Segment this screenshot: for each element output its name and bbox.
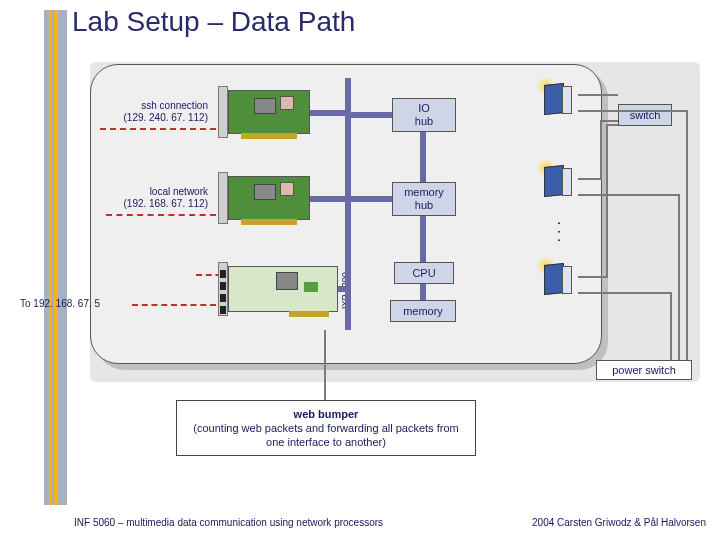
server-2-body: [544, 165, 564, 197]
local-ip: (192. 168. 67. 112): [96, 198, 208, 210]
nic1-chip: [254, 98, 276, 114]
ixp-port-1: [220, 270, 226, 278]
wire-sn-b: [606, 124, 608, 278]
wire-sn-a: [578, 276, 608, 278]
pwire-1a: [578, 110, 688, 112]
side-stripe-accent: [49, 10, 51, 505]
footer-right: 2004 Carsten Griwodz & Pål Halvorsen: [532, 517, 706, 528]
web-bumper-body: (counting web packets and forwarding all…: [193, 422, 458, 448]
cpu-mem-bus: [420, 284, 426, 300]
memory-block: memory: [390, 300, 456, 322]
side-stripe-accent-2: [54, 10, 58, 505]
pwire-1b: [686, 110, 688, 360]
server-2: [540, 162, 576, 202]
nic1-bus: [310, 110, 348, 116]
nic2-memhub-link: [350, 196, 392, 202]
nic1-chip2: [280, 96, 294, 110]
ixp-chip2: [304, 282, 318, 292]
ixp-port-2: [220, 282, 226, 290]
nic-card-1: [200, 84, 320, 144]
wire-s1-switch: [578, 94, 618, 96]
nic2-bus: [310, 196, 348, 202]
server-n: [540, 260, 576, 300]
nic1-bracket: [218, 86, 228, 138]
ssh-label: ssh connection (129. 240. 67. 112): [88, 100, 208, 124]
power-switch: power switch: [596, 360, 692, 380]
memory-hub-label: memory hub: [404, 186, 444, 211]
io-hub-link: [350, 112, 392, 118]
footer-left: INF 5060 – multimedia data communication…: [74, 517, 383, 528]
ixp-port-3: [220, 294, 226, 302]
mem-cpu-bus: [420, 216, 426, 262]
cpu-block: CPU: [394, 262, 454, 284]
pwire-2a: [578, 194, 680, 196]
nic2-gold: [241, 219, 297, 225]
server-1-front: [562, 86, 572, 114]
switch-block: switch: [618, 104, 672, 126]
ssh-ip: (129. 240. 67. 112): [88, 112, 208, 124]
ellipsis-icon: ···: [556, 214, 562, 254]
ixp-port-4: [220, 306, 226, 314]
ssh-dashline: [100, 128, 216, 130]
pwire-3a: [578, 292, 672, 294]
nic-card-2: [200, 170, 320, 230]
io-hub: IO hub: [392, 98, 456, 132]
io-hub-label: IO hub: [415, 102, 433, 127]
nic2-bracket: [218, 172, 228, 224]
slide: Lab Setup – Data Path ssh connection (12…: [0, 0, 720, 540]
ssh-name: ssh connection: [141, 100, 208, 111]
io-mem-bus: [420, 132, 426, 182]
nic1-gold: [241, 133, 297, 139]
wire-s2-b: [600, 120, 602, 180]
nic2-chip2: [280, 182, 294, 196]
server-n-front: [562, 266, 572, 294]
memory-hub: memory hub: [392, 182, 456, 216]
ixp-bus: [338, 286, 350, 292]
local-label: local network (192. 168. 67. 112): [96, 186, 208, 210]
wire-s2-a: [578, 178, 602, 180]
ixp-card: IXP 1200: [200, 260, 350, 322]
server-1-body: [544, 83, 564, 115]
ixp-gold: [289, 311, 329, 317]
server-2-front: [562, 168, 572, 196]
web-bumper-title: web bumper: [294, 408, 359, 420]
pwire-2b: [678, 194, 680, 360]
page-title: Lab Setup – Data Path: [72, 6, 355, 38]
pwire-3b: [670, 292, 672, 360]
server-1: [540, 80, 576, 120]
webbox-pointer: [324, 330, 326, 400]
wire-sn-c: [606, 124, 618, 126]
web-bumper-box: web bumper (counting web packets and for…: [176, 400, 476, 456]
nic2-chip: [254, 184, 276, 200]
to-label: To 192. 168. 67. 5: [20, 298, 132, 310]
server-n-body: [544, 263, 564, 295]
ixp-chip: [276, 272, 298, 290]
wire-s2-c: [600, 120, 618, 122]
